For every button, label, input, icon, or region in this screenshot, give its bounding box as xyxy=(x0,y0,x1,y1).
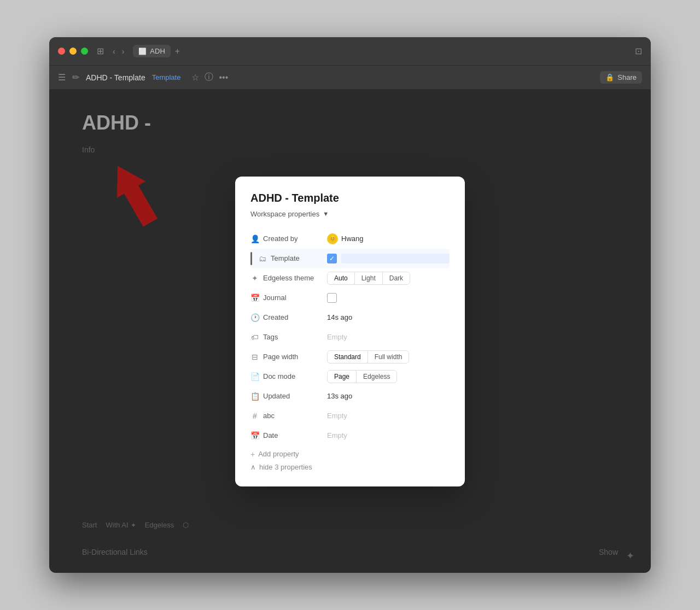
add-property-button[interactable]: + Add property xyxy=(250,445,450,461)
back-arrow-icon[interactable]: ‹ xyxy=(110,46,118,57)
edgeless-theme-light[interactable]: Light xyxy=(355,272,382,284)
journal-icon: 📅 xyxy=(250,294,259,302)
edit-icon: ✏ xyxy=(72,72,79,83)
page-width-standard[interactable]: Standard xyxy=(328,351,368,363)
updated-label: Updated xyxy=(263,392,290,400)
abc-label-container: # abc xyxy=(250,412,327,420)
modal-overlay: ADHD - Template Workspace properties ▼ 👤… xyxy=(49,90,651,573)
doc-mode-btn-group[interactable]: Page Edgeless xyxy=(327,370,397,383)
created-value: 14s ago xyxy=(327,313,450,321)
maximize-button[interactable] xyxy=(81,48,88,55)
avatar: 😊 xyxy=(327,233,338,244)
modal-dialog: ADHD - Template Workspace properties ▼ 👤… xyxy=(235,177,465,486)
toolbar-actions: ☆ ⓘ ••• xyxy=(191,72,228,83)
date-label: Date xyxy=(263,431,278,439)
page-width-full[interactable]: Full width xyxy=(368,351,409,363)
traffic-lights xyxy=(58,48,88,55)
minimize-button[interactable] xyxy=(69,48,77,55)
tags-label-container: 🏷 Tags xyxy=(250,333,327,342)
tab-item[interactable]: ⬜ ADH xyxy=(133,45,170,57)
page-width-label-container: ⊟ Page width xyxy=(250,353,327,361)
edgeless-theme-dark[interactable]: Dark xyxy=(383,272,410,284)
created-time: 14s ago xyxy=(327,313,352,321)
created-label: Created xyxy=(263,313,288,321)
created-icon: 🕐 xyxy=(250,313,259,322)
journal-row: 📅 Journal xyxy=(250,288,450,308)
page-width-icon: ⊟ xyxy=(250,353,259,361)
created-label-container: 🕐 Created xyxy=(250,313,327,322)
abc-empty: Empty xyxy=(327,412,347,420)
abc-value[interactable]: Empty xyxy=(327,412,450,420)
tab-label: ADH xyxy=(150,47,165,55)
page-width-value: Standard Full width xyxy=(327,350,450,363)
nav-arrows: ‹ › xyxy=(110,46,126,57)
workspace-chevron-icon: ▼ xyxy=(323,210,329,217)
edgeless-theme-row: ✦ Edgeless theme Auto Light Dark xyxy=(250,268,450,288)
share-label: Share xyxy=(617,73,637,81)
page-width-row: ⊟ Page width Standard Full width xyxy=(250,347,450,367)
tags-empty: Empty xyxy=(327,333,347,341)
properties-list: 👤 Created by 😊 Hwang 🗂 Tem xyxy=(250,229,450,473)
info-icon[interactable]: ⓘ xyxy=(205,72,213,83)
page-width-label: Page width xyxy=(263,353,298,361)
breadcrumb-title: ADHD - Template xyxy=(86,73,145,82)
doc-mode-edgeless[interactable]: Edgeless xyxy=(357,371,396,383)
workspace-properties-toggle[interactable]: Workspace properties ▼ xyxy=(250,210,450,218)
star-icon[interactable]: ☆ xyxy=(191,72,199,83)
sidebar-toggle-icon[interactable]: ⊞ xyxy=(97,46,104,56)
template-label-container: 🗂 Template xyxy=(250,252,327,265)
journal-label-container: 📅 Journal xyxy=(250,294,327,302)
date-empty: Empty xyxy=(327,431,347,439)
edgeless-theme-icon: ✦ xyxy=(250,274,259,283)
abc-row: # abc Empty xyxy=(250,406,450,426)
page-width-btn-group[interactable]: Standard Full width xyxy=(327,350,409,363)
journal-value[interactable] xyxy=(327,293,450,303)
doc-mode-page[interactable]: Page xyxy=(328,371,356,383)
doc-mode-label-container: 📄 Doc mode xyxy=(250,372,327,381)
toolbar: ☰ ✏ ADHD - Template Template ☆ ⓘ ••• 🔒 S… xyxy=(49,66,651,90)
journal-checkbox[interactable] xyxy=(327,293,337,303)
tags-value[interactable]: Empty xyxy=(327,333,450,341)
plus-icon: + xyxy=(250,450,255,459)
created-by-name: Hwang xyxy=(341,234,363,243)
date-icon: 📅 xyxy=(250,431,259,440)
edgeless-theme-auto[interactable]: Auto xyxy=(328,272,354,284)
date-label-container: 📅 Date xyxy=(250,431,327,440)
edgeless-theme-value: Auto Light Dark xyxy=(327,272,450,285)
doc-mode-label: Doc mode xyxy=(263,372,295,380)
doc-mode-icon: 📄 xyxy=(250,372,259,381)
content-area: ADHD - Info Start With AI ✦ Edgeless ⬡ B… xyxy=(49,90,651,573)
left-bar xyxy=(250,252,252,265)
app-window: ⊞ ‹ › ⬜ ADH + ⊡ ☰ ✏ ADHD - Template Temp… xyxy=(49,37,651,573)
template-icon: 🗂 xyxy=(258,254,267,263)
add-property-label: Add property xyxy=(258,450,299,458)
edgeless-theme-btn-group[interactable]: Auto Light Dark xyxy=(327,272,410,285)
hide-properties-button[interactable]: ∧ hide 3 properties xyxy=(250,461,450,473)
edgeless-theme-label-container: ✦ Edgeless theme xyxy=(250,274,327,283)
created-by-label: Created by xyxy=(263,234,298,243)
close-button[interactable] xyxy=(58,48,65,55)
hide-properties-label: hide 3 properties xyxy=(259,463,312,471)
date-row: 📅 Date Empty xyxy=(250,426,450,445)
template-row: 🗂 Template ✓ xyxy=(250,249,450,268)
share-button[interactable]: 🔒 Share xyxy=(600,71,642,84)
created-row: 🕐 Created 14s ago xyxy=(250,308,450,327)
new-tab-button[interactable]: + xyxy=(175,46,180,56)
updated-icon: 📋 xyxy=(250,392,259,401)
updated-time: 13s ago xyxy=(327,392,352,400)
title-bar: ⊞ ‹ › ⬜ ADH + ⊡ xyxy=(49,37,651,66)
forward-arrow-icon[interactable]: › xyxy=(120,46,127,57)
journal-label: Journal xyxy=(263,294,287,302)
template-checkbox[interactable]: ✓ xyxy=(327,254,337,263)
tab-page-icon: ⬜ xyxy=(138,48,147,55)
created-by-value: 😊 Hwang xyxy=(327,233,450,244)
split-view-icon[interactable]: ⊡ xyxy=(635,46,642,56)
template-value[interactable]: ✓ xyxy=(327,254,450,263)
date-value[interactable]: Empty xyxy=(327,431,450,439)
abc-label: abc xyxy=(263,412,275,420)
more-icon[interactable]: ••• xyxy=(219,73,228,83)
breadcrumb-tag[interactable]: Template xyxy=(152,73,181,81)
share-icon: 🔒 xyxy=(605,73,614,81)
chevron-up-icon: ∧ xyxy=(250,463,256,471)
tags-icon: 🏷 xyxy=(250,333,259,342)
